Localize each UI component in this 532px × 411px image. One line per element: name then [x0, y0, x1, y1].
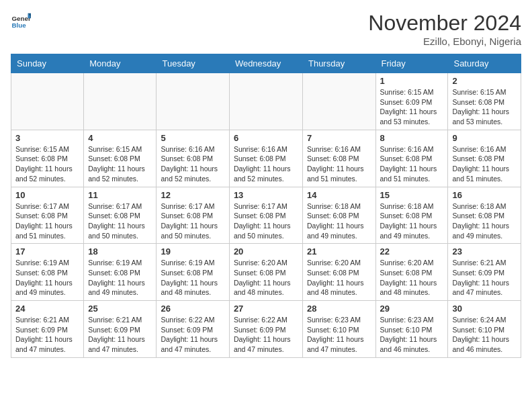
day-info: Sunrise: 6:21 AM Sunset: 6:09 PM Dayligh… [88, 315, 152, 355]
calendar-cell: 11Sunrise: 6:17 AM Sunset: 6:08 PM Dayli… [84, 187, 157, 244]
weekday-header-sunday: Sunday [11, 54, 84, 73]
calendar-cell: 29Sunrise: 6:23 AM Sunset: 6:10 PM Dayli… [375, 301, 448, 358]
month-title: November 2024 [368, 11, 521, 36]
calendar-cell: 21Sunrise: 6:20 AM Sunset: 6:08 PM Dayli… [302, 244, 375, 301]
day-number: 3 [15, 133, 79, 143]
day-info: Sunrise: 6:20 AM Sunset: 6:08 PM Dayligh… [307, 258, 371, 298]
calendar-header: SundayMondayTuesdayWednesdayThursdayFrid… [11, 54, 521, 73]
calendar-cell: 12Sunrise: 6:17 AM Sunset: 6:08 PM Dayli… [157, 187, 229, 244]
calendar-cell: 9Sunrise: 6:16 AM Sunset: 6:08 PM Daylig… [448, 130, 521, 187]
day-info: Sunrise: 6:18 AM Sunset: 6:08 PM Dayligh… [307, 201, 371, 241]
day-info: Sunrise: 6:16 AM Sunset: 6:08 PM Dayligh… [452, 144, 517, 184]
weekday-header-tuesday: Tuesday [157, 54, 229, 73]
day-info: Sunrise: 6:18 AM Sunset: 6:08 PM Dayligh… [452, 201, 517, 241]
day-number: 28 [307, 304, 371, 314]
calendar-cell: 20Sunrise: 6:20 AM Sunset: 6:08 PM Dayli… [229, 244, 302, 301]
calendar-cell: 16Sunrise: 6:18 AM Sunset: 6:08 PM Dayli… [448, 187, 521, 244]
calendar-cell: 27Sunrise: 6:22 AM Sunset: 6:09 PM Dayli… [229, 301, 302, 358]
day-number: 11 [88, 190, 152, 200]
weekday-header-wednesday: Wednesday [229, 54, 302, 73]
day-info: Sunrise: 6:21 AM Sunset: 6:09 PM Dayligh… [452, 258, 517, 298]
calendar-cell: 13Sunrise: 6:17 AM Sunset: 6:08 PM Dayli… [229, 187, 302, 244]
day-number: 12 [161, 190, 224, 200]
calendar-cell: 4Sunrise: 6:15 AM Sunset: 6:08 PM Daylig… [84, 130, 157, 187]
day-info: Sunrise: 6:23 AM Sunset: 6:10 PM Dayligh… [380, 315, 444, 355]
day-number: 23 [452, 246, 517, 257]
day-number: 26 [161, 304, 224, 314]
day-info: Sunrise: 6:15 AM Sunset: 6:08 PM Dayligh… [88, 144, 152, 184]
day-info: Sunrise: 6:21 AM Sunset: 6:09 PM Dayligh… [15, 315, 79, 355]
day-number: 22 [380, 246, 444, 257]
day-number: 10 [15, 190, 79, 200]
day-info: Sunrise: 6:15 AM Sunset: 6:08 PM Dayligh… [15, 144, 79, 184]
calendar-cell: 30Sunrise: 6:24 AM Sunset: 6:10 PM Dayli… [448, 301, 521, 358]
day-number: 8 [380, 133, 444, 143]
calendar-cell [84, 73, 157, 130]
calendar-cell: 8Sunrise: 6:16 AM Sunset: 6:08 PM Daylig… [375, 130, 448, 187]
day-number: 29 [380, 304, 444, 314]
calendar-cell: 3Sunrise: 6:15 AM Sunset: 6:08 PM Daylig… [11, 130, 84, 187]
day-info: Sunrise: 6:22 AM Sunset: 6:09 PM Dayligh… [161, 315, 224, 355]
day-info: Sunrise: 6:15 AM Sunset: 6:08 PM Dayligh… [452, 87, 517, 127]
day-number: 2 [452, 76, 517, 86]
calendar-week-1: 3Sunrise: 6:15 AM Sunset: 6:08 PM Daylig… [11, 130, 521, 187]
calendar-cell: 23Sunrise: 6:21 AM Sunset: 6:09 PM Dayli… [448, 244, 521, 301]
weekday-header-friday: Friday [375, 54, 448, 73]
calendar-cell: 15Sunrise: 6:18 AM Sunset: 6:08 PM Dayli… [375, 187, 448, 244]
logo: General Blue [11, 11, 34, 31]
title-section: November 2024 Ezillo, Ebonyi, Nigeria [368, 11, 521, 47]
day-number: 19 [161, 246, 224, 257]
calendar-cell: 18Sunrise: 6:19 AM Sunset: 6:08 PM Dayli… [84, 244, 157, 301]
day-info: Sunrise: 6:15 AM Sunset: 6:09 PM Dayligh… [380, 87, 444, 127]
day-info: Sunrise: 6:17 AM Sunset: 6:08 PM Dayligh… [15, 201, 79, 241]
day-info: Sunrise: 6:19 AM Sunset: 6:08 PM Dayligh… [88, 258, 152, 298]
day-number: 14 [307, 190, 371, 200]
calendar-body: 1Sunrise: 6:15 AM Sunset: 6:09 PM Daylig… [11, 73, 521, 358]
day-info: Sunrise: 6:17 AM Sunset: 6:08 PM Dayligh… [161, 201, 224, 241]
day-number: 5 [161, 133, 224, 143]
calendar-cell: 2Sunrise: 6:15 AM Sunset: 6:08 PM Daylig… [448, 73, 521, 130]
weekday-header-saturday: Saturday [448, 54, 521, 73]
day-number: 6 [234, 133, 298, 143]
day-info: Sunrise: 6:16 AM Sunset: 6:08 PM Dayligh… [161, 144, 224, 184]
day-number: 30 [452, 304, 517, 314]
calendar-cell: 5Sunrise: 6:16 AM Sunset: 6:08 PM Daylig… [157, 130, 229, 187]
calendar-cell: 22Sunrise: 6:20 AM Sunset: 6:08 PM Dayli… [375, 244, 448, 301]
day-number: 13 [234, 190, 298, 200]
day-number: 9 [452, 133, 517, 143]
calendar-cell [302, 73, 375, 130]
calendar-cell [11, 73, 84, 130]
weekday-header-row: SundayMondayTuesdayWednesdayThursdayFrid… [11, 54, 521, 73]
day-number: 16 [452, 190, 517, 200]
location-title: Ezillo, Ebonyi, Nigeria [368, 36, 521, 47]
weekday-header-thursday: Thursday [302, 54, 375, 73]
day-number: 21 [307, 246, 371, 257]
calendar-cell: 24Sunrise: 6:21 AM Sunset: 6:09 PM Dayli… [11, 301, 84, 358]
calendar-week-3: 17Sunrise: 6:19 AM Sunset: 6:08 PM Dayli… [11, 244, 521, 301]
day-info: Sunrise: 6:18 AM Sunset: 6:08 PM Dayligh… [380, 201, 444, 241]
day-number: 27 [234, 304, 298, 314]
calendar-cell: 26Sunrise: 6:22 AM Sunset: 6:09 PM Dayli… [157, 301, 229, 358]
page-header: General Blue November 2024 Ezillo, Ebony… [11, 11, 521, 47]
day-number: 20 [234, 246, 298, 257]
day-number: 18 [88, 246, 152, 257]
day-info: Sunrise: 6:16 AM Sunset: 6:08 PM Dayligh… [380, 144, 444, 184]
day-number: 17 [15, 246, 79, 257]
day-info: Sunrise: 6:20 AM Sunset: 6:08 PM Dayligh… [234, 258, 298, 298]
svg-text:Blue: Blue [12, 21, 27, 29]
calendar-cell: 10Sunrise: 6:17 AM Sunset: 6:08 PM Dayli… [11, 187, 84, 244]
calendar-cell: 1Sunrise: 6:15 AM Sunset: 6:09 PM Daylig… [375, 73, 448, 130]
calendar-week-2: 10Sunrise: 6:17 AM Sunset: 6:08 PM Dayli… [11, 187, 521, 244]
day-info: Sunrise: 6:16 AM Sunset: 6:08 PM Dayligh… [234, 144, 298, 184]
day-number: 24 [15, 304, 79, 314]
day-number: 1 [380, 76, 444, 86]
day-info: Sunrise: 6:22 AM Sunset: 6:09 PM Dayligh… [234, 315, 298, 355]
calendar-week-0: 1Sunrise: 6:15 AM Sunset: 6:09 PM Daylig… [11, 73, 521, 130]
day-info: Sunrise: 6:17 AM Sunset: 6:08 PM Dayligh… [234, 201, 298, 241]
calendar-cell: 19Sunrise: 6:19 AM Sunset: 6:08 PM Dayli… [157, 244, 229, 301]
logo-icon: General Blue [11, 11, 31, 31]
day-number: 4 [88, 133, 152, 143]
day-info: Sunrise: 6:17 AM Sunset: 6:08 PM Dayligh… [88, 201, 152, 241]
day-info: Sunrise: 6:19 AM Sunset: 6:08 PM Dayligh… [15, 258, 79, 298]
calendar-cell: 14Sunrise: 6:18 AM Sunset: 6:08 PM Dayli… [302, 187, 375, 244]
